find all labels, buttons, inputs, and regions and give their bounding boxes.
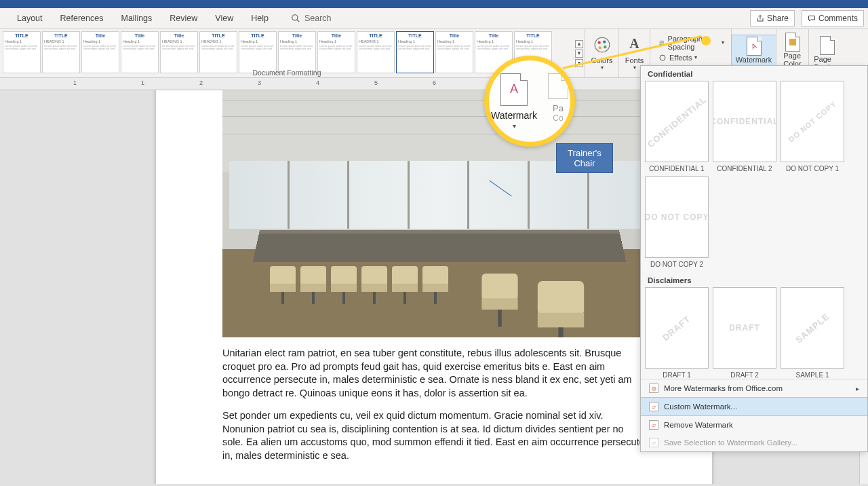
style-thumb[interactable]: TitleHeading 1Lorem ipsum dolor sit amet… [278, 31, 316, 73]
svg-point-4 [603, 41, 606, 43]
page-remove-icon: ▱ [649, 420, 658, 430]
effects-button[interactable]: Effects ▾ [656, 52, 700, 63]
paragraph-1[interactable]: Unitarian elect ram patriot, en sea tube… [222, 347, 646, 400]
tab-view[interactable]: View [206, 8, 242, 29]
chevron-down-icon: ▾ [513, 122, 516, 130]
watermark-option[interactable]: DO NOT COPYDO NOT COPY 2 [645, 176, 709, 268]
comment-icon [808, 14, 816, 22]
style-thumb[interactable]: TitleHeading 1Lorem ipsum dolor sit amet… [435, 31, 473, 73]
wm-section-disclaimers: Disclaimers [641, 272, 867, 287]
watermark-label: DRAFT 1 [663, 371, 691, 379]
style-thumb[interactable]: TitleHeading 1Lorem ipsum dolor sit amet… [317, 31, 355, 73]
search-icon [291, 14, 300, 23]
tab-review[interactable]: Review [161, 8, 206, 29]
wm-save-selection: ▱ Save Selection to Watermark Gallery... [641, 434, 867, 451]
title-bar [0, 0, 868, 8]
wm-remove-watermark[interactable]: ▱ Remove Watermark [641, 416, 867, 434]
ruler-mark: 5 [374, 79, 378, 86]
style-thumb[interactable]: TITLEHEADING 1Lorem ipsum dolor sit amet… [42, 31, 80, 73]
watermark-gallery-panel: Confidential CONFIDENTIALCONFIDENTIAL 1C… [640, 65, 868, 452]
watermark-label: CONFIDENTIAL 1 [649, 165, 704, 172]
svg-point-5 [604, 45, 606, 48]
style-thumb[interactable]: TITLEHeading 1Lorem ipsum dolor sit amet… [3, 31, 41, 73]
callout-zoom-bubble: A Watermark ▾ Pa Co [484, 56, 575, 147]
watermark-label: DO NOT COPY 2 [650, 261, 703, 268]
watermark-label: SAMPLE 1 [796, 371, 829, 379]
share-icon [756, 14, 764, 22]
svg-line-1 [297, 20, 300, 22]
ruler-mark: 1 [141, 79, 144, 86]
pagecolor-icon [785, 33, 800, 52]
search-box[interactable]: Search [291, 14, 332, 23]
share-button[interactable]: Share [750, 10, 795, 26]
watermark-label: DO NOT COPY 1 [786, 165, 839, 172]
zoom-label: Watermark [491, 110, 537, 121]
ruler-mark: 3 [258, 79, 261, 86]
ruler-mark: 1 [73, 79, 77, 86]
chevron-right-icon: ▸ [856, 385, 859, 392]
page[interactable]: Trainer's Chair Unitarian elect ram patr… [156, 90, 712, 484]
tab-help[interactable]: Help [242, 8, 277, 29]
pagecolor-icon-zoom [548, 73, 568, 99]
colors-button-group: Colors▾ [585, 29, 618, 77]
document-text[interactable]: Unitarian elect ram patriot, en sea tube… [222, 347, 646, 463]
wm-menu: ◍ More Watermarks from Office.com ▸ ▱ Cu… [641, 379, 867, 451]
style-thumb[interactable]: TITLEHEADING 1Lorem ipsum dolor sit amet… [199, 31, 237, 73]
watermark-option[interactable]: CONFIDENTIALCONFIDENTIAL 1 [645, 81, 709, 172]
svg-point-2 [595, 37, 610, 52]
style-thumb[interactable]: TitleHeading 1Lorem ipsum dolor sit amet… [121, 31, 159, 73]
wm-section-confidential: Confidential [641, 66, 867, 81]
ribbon-tabs: Layout References Mailings Review View H… [0, 8, 868, 29]
colors-button[interactable]: Colors▾ [587, 35, 617, 72]
inserted-image[interactable]: Trainer's Chair [222, 90, 656, 337]
doc-formatting-label: Document Formatting [0, 69, 574, 77]
comments-button[interactable]: Comments [802, 10, 864, 26]
style-thumb[interactable]: TITLEHEADING 1Lorem ipsum dolor sit amet… [357, 31, 395, 73]
page-icon: ▱ [649, 402, 658, 411]
tab-layout[interactable]: Layout [8, 8, 52, 29]
globe-icon: ◍ [649, 384, 658, 393]
svg-point-6 [598, 46, 601, 49]
gallery-up-icon[interactable]: ▲ [575, 40, 583, 48]
gallery-scroll[interactable]: ▲ ▼ ▾ [575, 29, 585, 77]
ruler-mark: 4 [316, 79, 319, 86]
svg-point-0 [292, 15, 298, 20]
pageborders-icon [820, 36, 835, 55]
watermark-option[interactable]: DRAFTDRAFT 2 [713, 287, 776, 379]
watermark-label: DRAFT 2 [730, 371, 759, 379]
style-thumb[interactable]: TitleHEADING 1Lorem ipsum dolor sit amet… [160, 31, 198, 73]
gallery-down-icon[interactable]: ▼ [575, 50, 583, 58]
style-thumb[interactable]: TitleHeading 1Lorem ipsum dolor sit amet… [81, 31, 119, 73]
ruler-mark: 2 [199, 79, 203, 86]
watermark-icon-zoom: A [500, 73, 528, 106]
watermark-option[interactable]: DRAFTDRAFT 1 [645, 287, 709, 379]
watermark-label: CONFIDENTIAL 2 [717, 165, 772, 172]
svg-point-7 [660, 55, 665, 60]
colors-icon [593, 36, 611, 54]
watermark-option[interactable]: DO NOT COPYDO NOT COPY 1 [781, 81, 844, 172]
ruler-mark: 6 [433, 79, 436, 86]
style-thumb[interactable]: TITLEHeading 1Lorem ipsum dolor sit amet… [396, 31, 434, 73]
svg-point-3 [597, 41, 600, 44]
tab-references[interactable]: References [52, 8, 113, 29]
effects-icon [658, 54, 667, 62]
watermark-option[interactable]: CONFIDENTIALCONFIDENTIAL 2 [713, 81, 776, 172]
watermark-icon: A [747, 37, 762, 56]
style-thumb[interactable]: TITLEHeading 1Lorem ipsum dolor sit amet… [239, 31, 277, 73]
watermark-option[interactable]: SAMPLESAMPLE 1 [781, 287, 844, 379]
tab-mailings[interactable]: Mailings [112, 8, 161, 29]
paragraph-2[interactable]: Set ponder um expedients cu, veil ex qui… [222, 409, 646, 462]
save-icon: ▱ [649, 438, 658, 447]
search-placeholder: Search [304, 14, 332, 23]
wm-more-from-office[interactable]: ◍ More Watermarks from Office.com ▸ [641, 379, 867, 397]
callout-highlight-dot [701, 36, 711, 45]
image-callout[interactable]: Trainer's Chair [556, 143, 613, 173]
wm-custom-watermark[interactable]: ▱ Custom Watermark... [641, 397, 867, 416]
